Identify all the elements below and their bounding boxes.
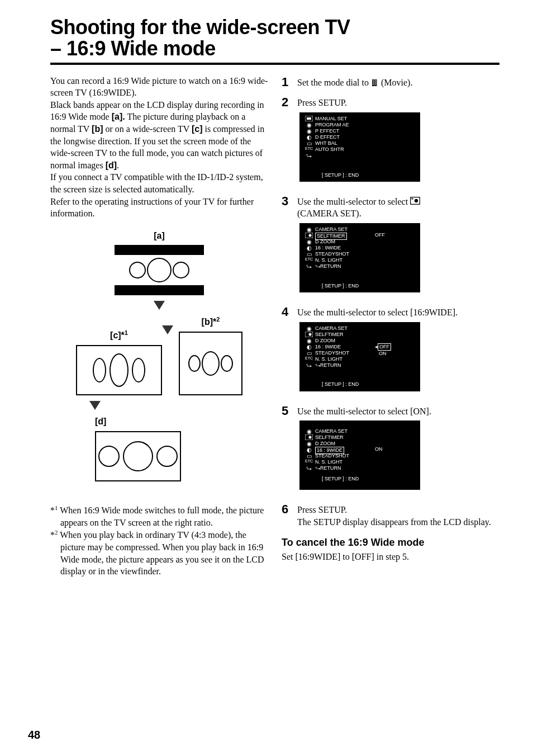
diagram-label-a: [a] xyxy=(50,230,268,242)
intro-text: You can record a 16:9 Wide picture to wa… xyxy=(50,75,268,220)
return-icon: ⮐ xyxy=(306,465,312,471)
page-number: 48 xyxy=(28,727,40,743)
step-number: 5 xyxy=(282,404,292,490)
svg-rect-6 xyxy=(373,84,374,85)
camera-set-icon xyxy=(410,197,420,206)
diagram-tv-b xyxy=(179,332,242,395)
tape-set-icon: ▭ xyxy=(304,350,314,356)
intro-p3: Refer to the operating instructions of y… xyxy=(50,196,268,220)
step-1: 1 Set the mode dial to (Movie). xyxy=(282,75,499,90)
lcd-item: STEADYSHOT xyxy=(315,453,416,459)
lcd-item: WHT BAL xyxy=(315,140,416,147)
lcd-value: ON xyxy=(375,446,383,452)
lcd-item: SELFTIMER xyxy=(315,434,416,441)
ball-icon xyxy=(221,355,233,372)
manual-set-icon: ◉ xyxy=(304,325,314,332)
lcd-title: CAMERA SET xyxy=(315,428,416,434)
lcd-set-icon: ◐ xyxy=(304,134,314,140)
step-3-pre: Use the multi-selector to select xyxy=(297,197,410,206)
etc-icon: ETC xyxy=(304,147,314,153)
step-6-text: Press SETUP. xyxy=(297,504,499,516)
step-5: 5 Use the multi-selector to select [ON].… xyxy=(282,404,499,490)
tape-set-icon: ▭ xyxy=(304,140,314,147)
tape-set-icon: ▭ xyxy=(304,251,314,257)
svg-rect-16 xyxy=(412,198,413,199)
lcd-item: D ZOOM xyxy=(315,441,416,447)
lcd-end: [ SETUP ] : END xyxy=(322,476,359,482)
step-5-text: Use the multi-selector to select [ON]. xyxy=(297,405,499,418)
lcd-item: PROGRAM AE xyxy=(315,122,416,128)
tape-set-icon: ▭ xyxy=(304,453,314,459)
intro-p1b-mid2: or on a wide-screen TV xyxy=(103,124,192,134)
ball-icon xyxy=(132,358,145,382)
diagram-label-c: [c]* xyxy=(110,331,125,341)
lcd-end: [ SETUP ] : END xyxy=(322,283,359,289)
diagram-tv-c xyxy=(76,345,162,395)
lcd-item-selected: 16 : 9WIDE xyxy=(315,344,341,349)
diagram-label-b-sup: 2 xyxy=(216,316,220,323)
lcd-screen-step-2: ◉ ◉ ◐ ▭ ETC ⮐ MANUAL SET PROGRAM AE P EF… xyxy=(299,112,420,182)
lcd-icon-column: ◉ ◉ ◐ ▭ ETC ⮐ xyxy=(304,428,314,472)
footnote-1-text: When 16:9 Wide mode switches to full mod… xyxy=(58,505,264,527)
ball-icon xyxy=(123,441,153,471)
camera-set-icon-selected xyxy=(304,332,314,338)
svg-rect-10 xyxy=(375,83,376,84)
arrow-down-icon xyxy=(162,325,173,334)
step-2: 2 Press SETUP. ◉ ◉ ◐ ▭ ETC ⮐ xyxy=(282,95,499,182)
svg-rect-9 xyxy=(375,82,376,83)
lcd-set-icon: ◐ xyxy=(304,245,314,251)
camera-set-icon: ◉ xyxy=(304,122,314,128)
svg-rect-8 xyxy=(375,81,376,82)
lcd-value: OFF xyxy=(375,232,385,238)
manual-set-icon xyxy=(304,116,314,122)
lcd-return: RETURN xyxy=(320,263,341,269)
svg-rect-11 xyxy=(375,84,376,85)
lcd-item: STEADYSHOT xyxy=(315,350,416,356)
movie-icon xyxy=(371,78,379,90)
player-set-icon: ◉ xyxy=(304,239,314,245)
lcd-set-icon: ◐ xyxy=(304,447,314,453)
player-set-icon: ◉ xyxy=(304,338,314,344)
step-number: 6 xyxy=(282,502,292,528)
tag-b: [b] xyxy=(92,124,103,134)
diagram-label-c-sup: 1 xyxy=(125,329,128,336)
step-number: 4 xyxy=(282,305,292,391)
footnote-1-star: * xyxy=(50,505,55,515)
svg-rect-4 xyxy=(373,82,374,83)
diagram-tv-a: 16:9WIDE xyxy=(115,245,204,295)
svg-rect-5 xyxy=(373,83,374,84)
ball-icon xyxy=(98,446,120,467)
footnotes: *1 When 16:9 Wide mode switches to full … xyxy=(50,504,268,578)
ball-icon xyxy=(129,262,146,278)
return-icon: ⮐ xyxy=(306,263,312,270)
lcd-set-icon: ◐ xyxy=(304,344,314,350)
ball-icon xyxy=(147,258,172,282)
tag-c: [c] xyxy=(192,124,203,134)
step-1-post: (Movie). xyxy=(379,78,412,87)
svg-point-18 xyxy=(309,234,312,237)
step-2-text: Press SETUP. xyxy=(297,97,499,109)
title-rule xyxy=(50,63,499,65)
intro-p2: If you connect a TV compatible with the … xyxy=(50,171,268,195)
step-1-pre: Set the mode dial to xyxy=(297,78,371,87)
svg-rect-2 xyxy=(373,80,374,81)
lcd-item: N. S. LIGHT xyxy=(315,257,416,263)
step-number: 3 xyxy=(282,194,292,292)
page-title: Shooting for the wide-screen TV – 16:9 W… xyxy=(50,17,499,59)
lcd-item: P EFFECT xyxy=(315,128,416,134)
camera-set-icon-selected xyxy=(304,434,314,441)
lcd-top-band xyxy=(299,420,420,425)
step-number: 1 xyxy=(282,75,292,90)
diagram: [a] 16:9WIDE [c]*1 xyxy=(50,230,268,481)
footnote-2-text: When you play back in ordinary TV (4:3 m… xyxy=(58,531,264,577)
svg-point-20 xyxy=(309,333,312,336)
lcd-option: ON xyxy=(379,351,387,356)
lcd-item: AUTO SHTR xyxy=(315,147,416,153)
lcd-item: D ZOOM xyxy=(315,338,416,344)
return-icon: ⮐ xyxy=(315,263,320,270)
lcd-end: [ SETUP ] : END xyxy=(322,172,359,178)
footnote-2-star: * xyxy=(50,531,55,540)
lcd-title: MANUAL SET xyxy=(315,116,416,122)
diagram-label-b: [b]* xyxy=(202,318,217,327)
title-line-2: – 16:9 Wide mode xyxy=(50,37,216,60)
